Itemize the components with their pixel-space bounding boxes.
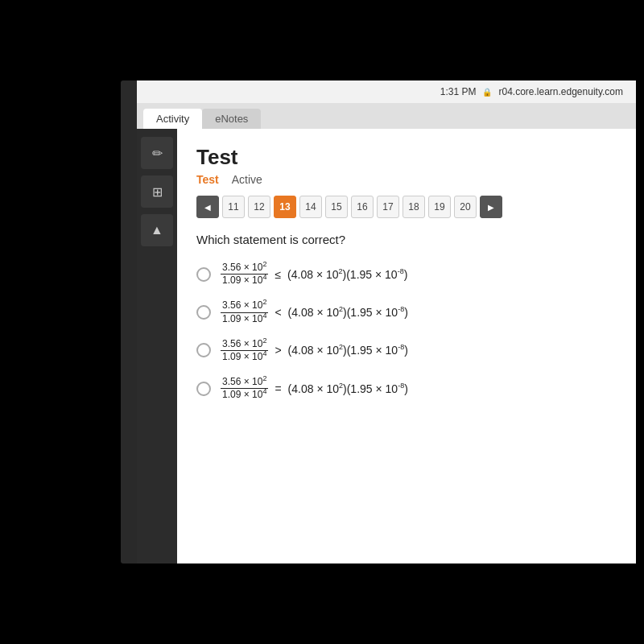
option-b[interactable]: 3.56 × 102 1.09 × 104 < (4.08 × 102)(1.9… [196,300,617,324]
radio-b[interactable] [196,305,211,320]
rhs-a: (4.08 × 102)(1.95 × 10-8) [287,268,407,281]
math-expr-b: 3.56 × 102 1.09 × 104 < (4.08 × 102)(1.9… [221,300,408,324]
radio-d[interactable] [196,382,211,396]
radio-a[interactable] [196,267,211,282]
question-text: Which statement is correct? [196,233,617,246]
rhs-c: (4.08 × 102)(1.95 × 10-8) [288,344,408,357]
page-13[interactable]: 13 [274,196,296,218]
options-list: 3.56 × 102 1.09 × 104 ≤ (4.08 × 102)(1.9… [196,262,617,401]
tab-activity[interactable]: Activity [143,109,202,129]
page-16[interactable]: 16 [351,196,374,218]
operator-c: > [275,344,281,357]
subtitle-row: Test Active [196,173,617,186]
page-12[interactable]: 12 [248,196,270,218]
fraction-d: 3.56 × 102 1.09 × 104 [221,377,268,400]
calculator-icon: ⊞ [152,184,163,200]
tab-enotes[interactable]: eNotes [202,109,261,129]
fraction-b: 3.56 × 102 1.09 × 104 [221,300,268,324]
lock-icon: 🔒 [482,88,492,97]
operator-a: ≤ [275,268,281,281]
page-17[interactable]: 17 [377,196,399,218]
option-d[interactable]: 3.56 × 102 1.09 × 104 = (4.08 × 102)(1.9… [196,377,617,400]
fraction-a: 3.56 × 102 1.09 × 104 [221,262,268,286]
option-c[interactable]: 3.56 × 102 1.09 × 104 > (4.08 × 102)(1.9… [196,339,617,362]
page-18[interactable]: 18 [402,196,425,218]
page-20[interactable]: 20 [454,196,477,218]
math-expr-a: 3.56 × 102 1.09 × 104 ≤ (4.08 × 102)(1.9… [221,262,407,286]
status-url: r04.core.learn.edgenuity.com [498,86,623,97]
rhs-d: (4.08 × 102)(1.95 × 10-8) [288,382,408,395]
subtitle-label: Test [196,173,219,186]
math-expr-d: 3.56 × 102 1.09 × 104 = (4.08 × 102)(1.9… [221,377,408,400]
tabs-bar: Activity eNotes [137,103,636,129]
page-title: Test [196,145,617,170]
calculator-button[interactable]: ⊞ [141,175,173,208]
fraction-c: 3.56 × 102 1.09 × 104 [221,339,268,362]
subtitle-status: Active [232,173,262,186]
math-expr-c: 3.56 × 102 1.09 × 104 > (4.08 × 102)(1.9… [221,339,408,362]
option-a[interactable]: 3.56 × 102 1.09 × 104 ≤ (4.08 × 102)(1.9… [196,262,617,286]
pagination: ◀ 11 12 13 14 15 16 17 18 19 20 ▶ [196,196,617,218]
rhs-b: (4.08 × 102)(1.95 × 10-8) [288,306,408,319]
prev-page-button[interactable]: ◀ [196,196,219,218]
sidebar: ✏ ⊞ ▲ [137,129,177,564]
pencil-icon: ✏ [152,146,163,161]
operator-b: < [275,306,281,319]
page-11[interactable]: 11 [222,196,245,218]
radio-c[interactable] [196,343,211,357]
status-time: 1:31 PM [440,86,477,97]
arrow-up-button[interactable]: ▲ [141,214,173,246]
left-edge [121,80,138,564]
page-15[interactable]: 15 [325,196,348,218]
page-14[interactable]: 14 [299,196,322,218]
status-bar: 1:31 PM 🔒 r04.core.learn.edgenuity.com [137,80,636,103]
main-content: Test Test Active ◀ 11 12 13 14 15 16 17 … [177,129,636,564]
arrow-up-icon: ▲ [151,223,163,237]
content-area: ✏ ⊞ ▲ Test Test Active ◀ 11 12 13 [137,129,636,564]
pencil-button[interactable]: ✏ [141,137,173,169]
operator-d: = [275,382,281,395]
screen-frame: 1:31 PM 🔒 r04.core.learn.edgenuity.com A… [137,80,636,564]
page-19[interactable]: 19 [428,196,451,218]
next-page-button[interactable]: ▶ [480,196,502,218]
